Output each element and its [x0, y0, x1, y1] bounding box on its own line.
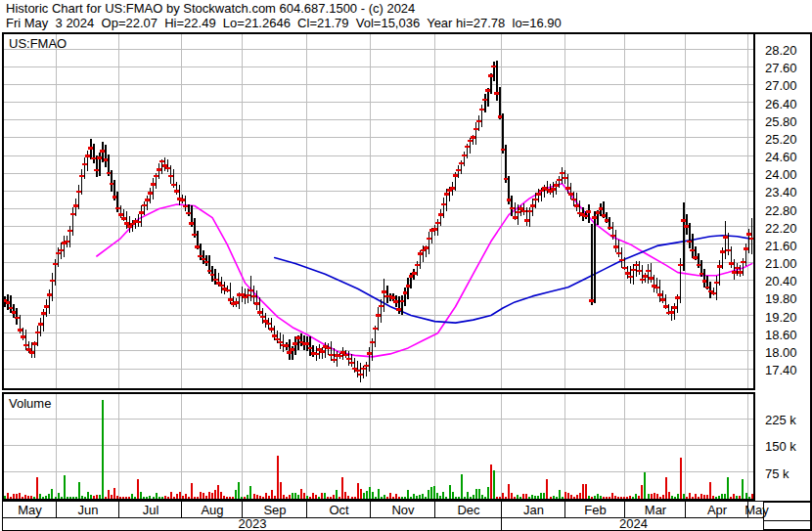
price-axis-label: 22.80 — [765, 203, 797, 219]
month-label: Nov — [391, 503, 414, 517]
volume-chart-canvas[interactable] — [4, 394, 753, 499]
month-label: Jun — [78, 503, 99, 517]
month-boundary-tick — [181, 502, 182, 517]
month-boundary-tick — [501, 502, 502, 517]
year-label: 2023 — [239, 517, 267, 531]
price-axis-label: 27.00 — [765, 78, 797, 94]
month-boundary-tick — [242, 502, 243, 517]
price-axis-label: 26.40 — [765, 97, 797, 112]
price-axis-label: 20.40 — [765, 274, 797, 289]
price-axis-label: 23.40 — [765, 185, 797, 200]
month-label: Jul — [143, 503, 159, 517]
price-axis-label: 18.60 — [765, 328, 797, 343]
month-label: Mar — [645, 503, 666, 517]
month-label: Feb — [584, 503, 606, 517]
month-boundary-tick — [685, 502, 686, 517]
quote-summary-line: Fri May 3 2024 Op=22.07 Hi=22.49 Lo=21.2… — [6, 16, 562, 30]
price-chart-canvas[interactable] — [4, 34, 753, 388]
volume-axis-label: 150 k — [765, 439, 796, 455]
price-axis-label: 22.20 — [765, 221, 797, 237]
volume-axis-label: 225 k — [765, 413, 796, 428]
month-label: May — [18, 503, 42, 517]
price-chart-panel[interactable]: US:FMAO — [2, 32, 755, 390]
month-label: Aug — [201, 503, 223, 517]
stock-chart-window: Historic Chart for US:FMAO by Stockwatch… — [0, 0, 812, 531]
price-axis-label: 17.40 — [765, 363, 797, 378]
month-boundary-tick — [56, 502, 57, 517]
year-label: 2024 — [619, 517, 648, 531]
price-axis: 28.2027.6027.0026.4025.8025.2024.6024.00… — [755, 32, 812, 531]
price-axis-label: 21.00 — [765, 256, 797, 272]
chart-title-line: Historic Chart for US:FMAO by Stockwatch… — [6, 1, 415, 16]
month-axis-row: MayJunJulAugSepOctNovDecJanFebMarAprMay — [2, 501, 764, 518]
symbol-label: US:FMAO — [9, 36, 67, 51]
volume-axis-label: 75 k — [765, 466, 789, 482]
price-axis-label: 27.60 — [765, 61, 797, 76]
price-axis-label: 18.00 — [765, 345, 797, 361]
price-axis-label: 19.80 — [765, 291, 797, 307]
month-label: Dec — [457, 503, 479, 517]
fast-ma-line — [97, 184, 752, 357]
month-boundary-tick — [306, 502, 307, 517]
year-axis-row: 20232024 — [2, 518, 764, 531]
price-axis-label: 25.80 — [765, 114, 797, 130]
month-boundary-tick — [564, 502, 565, 517]
month-label: Oct — [329, 503, 348, 517]
month-boundary-tick — [434, 502, 435, 517]
volume-label: Volume — [9, 396, 51, 411]
month-label: Jan — [523, 503, 544, 517]
month-label: Apr — [707, 503, 727, 517]
month-boundary-tick — [118, 502, 119, 517]
price-axis-label: 25.20 — [765, 132, 797, 148]
volume-panel[interactable]: Volume — [2, 392, 755, 501]
month-boundary-tick — [747, 502, 748, 517]
month-label: Sep — [263, 503, 286, 517]
price-axis-label: 24.60 — [765, 150, 797, 165]
month-boundary-tick — [370, 502, 371, 517]
price-axis-label: 21.60 — [765, 239, 797, 254]
price-axis-label: 28.20 — [765, 43, 797, 59]
price-axis-label: 19.20 — [765, 310, 797, 326]
year-divider — [501, 518, 502, 530]
month-boundary-tick — [624, 502, 625, 517]
price-axis-label: 24.00 — [765, 167, 797, 183]
